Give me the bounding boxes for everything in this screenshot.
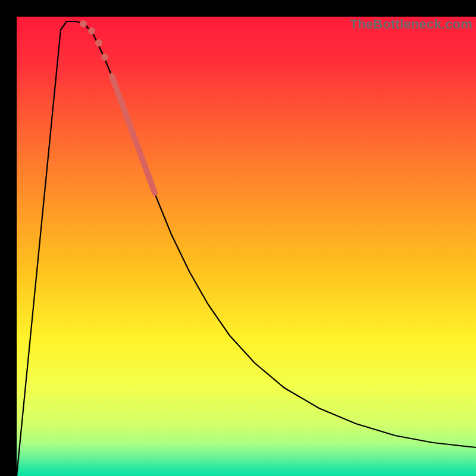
- chart-frame: TheBottleneck.com: [0, 0, 476, 476]
- highlight-dot: [95, 39, 102, 46]
- highlight-dot: [88, 27, 95, 35]
- chart-plot-area: TheBottleneck.com: [17, 17, 476, 476]
- highlight-dot: [101, 54, 108, 61]
- chart-svg: [17, 17, 476, 476]
- watermark-text: TheBottleneck.com: [350, 17, 472, 32]
- highlight-dot: [80, 20, 87, 27]
- chart-background: [17, 17, 476, 476]
